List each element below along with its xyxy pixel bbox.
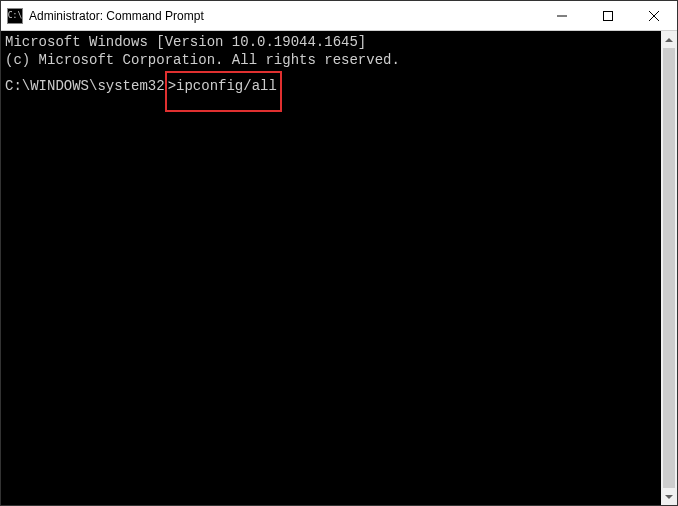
terminal-wrapper: Microsoft Windows [Version 10.0.19044.16… xyxy=(1,31,677,505)
close-icon xyxy=(649,11,659,21)
command-highlight: >ipconfig/all xyxy=(165,71,282,111)
close-button[interactable] xyxy=(631,1,677,30)
minimize-button[interactable] xyxy=(539,1,585,30)
maximize-button[interactable] xyxy=(585,1,631,30)
titlebar[interactable]: C:\ Administrator: Command Prompt xyxy=(1,1,677,31)
prompt-path: C:\WINDOWS\system32 xyxy=(5,78,165,94)
scroll-track[interactable] xyxy=(661,48,677,488)
prompt-line: C:\WINDOWS\system32>ipconfig/all xyxy=(5,78,282,94)
app-icon: C:\ xyxy=(7,8,23,24)
svg-rect-1 xyxy=(604,11,613,20)
window-title: Administrator: Command Prompt xyxy=(29,9,539,23)
scroll-up-arrow[interactable] xyxy=(661,31,677,48)
chevron-up-icon xyxy=(665,38,673,42)
command-prompt-window: C:\ Administrator: Command Prompt Micros… xyxy=(0,0,678,506)
command-text: ipconfig/all xyxy=(176,78,277,94)
svg-marker-4 xyxy=(665,38,673,42)
window-controls xyxy=(539,1,677,30)
svg-marker-5 xyxy=(665,495,673,499)
version-line: Microsoft Windows [Version 10.0.19044.16… xyxy=(5,33,657,51)
app-icon-glyph: C:\ xyxy=(8,12,22,20)
vertical-scrollbar[interactable] xyxy=(661,31,677,505)
scroll-thumb[interactable] xyxy=(663,48,675,488)
copyright-line: (c) Microsoft Corporation. All rights re… xyxy=(5,51,657,69)
chevron-down-icon xyxy=(665,495,673,499)
minimize-icon xyxy=(557,11,567,21)
maximize-icon xyxy=(603,11,613,21)
scroll-down-arrow[interactable] xyxy=(661,488,677,505)
prompt-separator: > xyxy=(168,78,176,94)
terminal-output[interactable]: Microsoft Windows [Version 10.0.19044.16… xyxy=(1,31,661,505)
